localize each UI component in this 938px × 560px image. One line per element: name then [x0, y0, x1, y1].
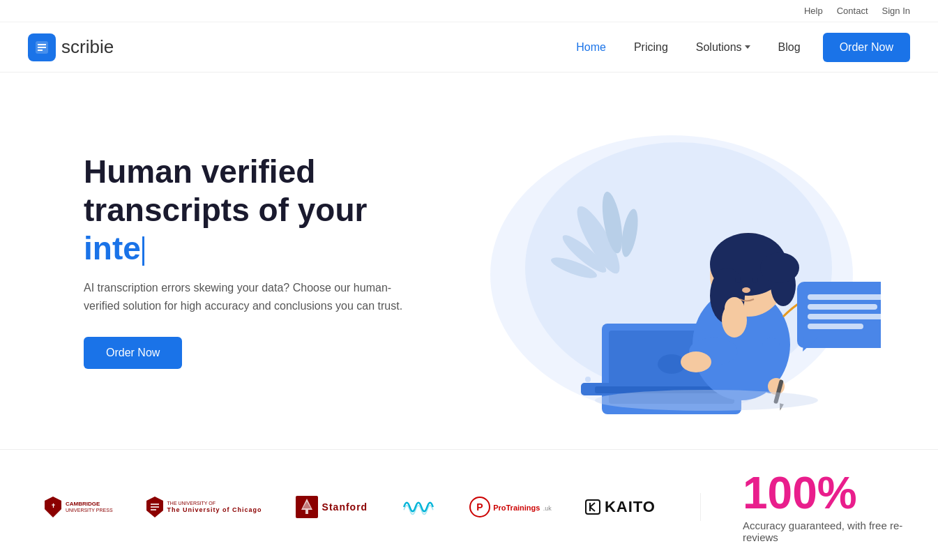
stanford-tree-icon: [296, 496, 318, 518]
wave-logo: [401, 493, 436, 521]
nav-home[interactable]: Home: [565, 36, 617, 59]
svg-line-56: [590, 503, 595, 507]
main-nav: scribie Home Pricing Solutions Blog Orde…: [0, 22, 938, 73]
cambridge-logo: ✝ CAMBRIDGE UNIVERSITY PRESS: [45, 497, 113, 517]
chicago-logo: THE UNIVERSITY OF The University of Chic…: [146, 497, 262, 517]
kaito-logo: KAITO: [585, 498, 656, 516]
svg-text:✝: ✝: [51, 503, 56, 509]
logo-text: scribie: [61, 36, 114, 58]
chicago-shield-icon: [146, 497, 163, 517]
kaito-icon: [585, 499, 600, 515]
hero-typed-text: inte: [84, 229, 144, 268]
svg-text:P: P: [476, 501, 483, 513]
hero-section: Human verified transcripts of your inte …: [0, 73, 938, 449]
svg-point-23: [752, 278, 758, 283]
cambridge-shield-icon: ✝: [45, 497, 61, 517]
nav-solutions[interactable]: Solutions: [685, 36, 762, 59]
svg-rect-50: [305, 510, 308, 514]
signin-link[interactable]: Sign In: [882, 6, 910, 16]
hero-content: Human verified transcripts of your inte …: [84, 153, 432, 370]
svg-rect-36: [808, 304, 877, 310]
svg-point-26: [681, 351, 711, 372]
svg-line-57: [590, 507, 595, 511]
hero-title: Human verified transcripts of your inte: [84, 153, 432, 268]
accuracy-text: Accuracy guaranteed, with free re-review…: [743, 520, 910, 543]
svg-rect-35: [808, 294, 881, 300]
top-bar: Help Contact Sign In: [0, 0, 938, 22]
logos-left: ✝ CAMBRIDGE UNIVERSITY PRESS THE UNIVERS…: [28, 493, 701, 521]
svg-point-28: [725, 297, 744, 319]
svg-point-22: [735, 278, 741, 283]
help-link[interactable]: Help: [804, 6, 823, 16]
svg-rect-45: [151, 504, 159, 505]
svg-rect-38: [808, 324, 863, 329]
nav-order-button[interactable]: Order Now: [823, 33, 910, 62]
kaito-text: KAITO: [605, 498, 656, 516]
logo-icon: [28, 33, 56, 61]
chevron-down-icon: [745, 45, 750, 49]
logos-section: ✝ CAMBRIDGE UNIVERSITY PRESS THE UNIVERS…: [0, 449, 938, 560]
nav-pricing[interactable]: Pricing: [623, 36, 679, 59]
wave-icon: [401, 493, 436, 521]
svg-point-42: [585, 377, 591, 382]
cursor-icon: [142, 236, 144, 266]
protrainings-icon: P: [469, 497, 490, 517]
svg-rect-37: [808, 314, 881, 319]
nav-links: Home Pricing Solutions Blog Order Now: [565, 33, 910, 62]
logo[interactable]: scribie: [28, 33, 114, 61]
hero-order-button[interactable]: Order Now: [84, 337, 182, 369]
protrainings-logo: P ProTrainings .uk: [469, 497, 552, 517]
svg-point-21: [760, 252, 799, 283]
svg-rect-47: [151, 509, 156, 510]
nav-blog[interactable]: Blog: [767, 36, 812, 59]
svg-point-24: [742, 287, 750, 293]
illustration-container: [462, 114, 881, 407]
hero-svg: [462, 114, 881, 421]
stanford-logo: Stanford: [296, 496, 368, 518]
stanford-text: Stanford: [322, 501, 368, 513]
svg-rect-46: [151, 506, 159, 508]
hero-illustration: [432, 114, 910, 407]
accuracy-number: 100%: [743, 471, 910, 515]
hero-description: AI transcription errors skewing your dat…: [84, 279, 418, 315]
contact-link[interactable]: Contact: [837, 6, 868, 16]
svg-rect-54: [586, 500, 600, 514]
svg-point-43: [595, 390, 818, 411]
logos-right: 100% Accuracy guaranteed, with free re-r…: [701, 471, 910, 543]
